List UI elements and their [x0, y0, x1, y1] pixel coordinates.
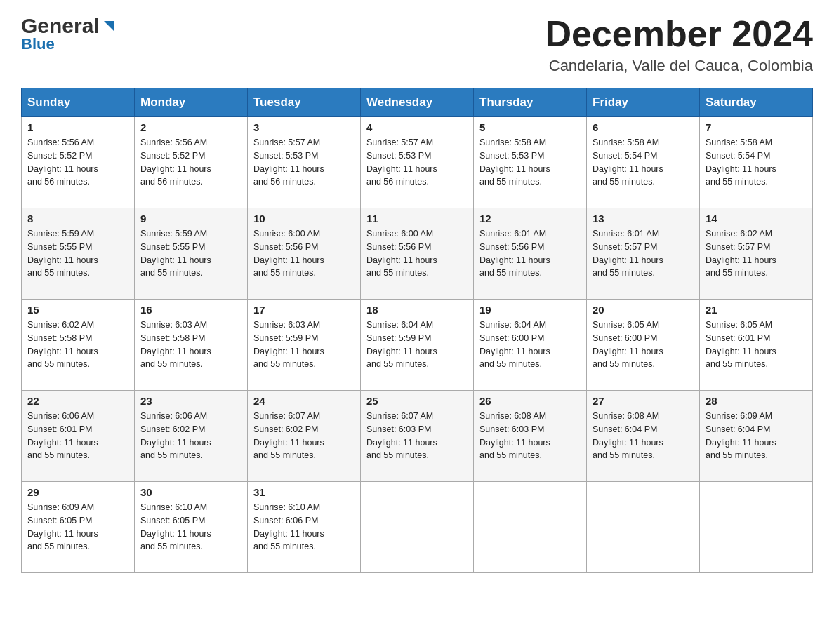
calendar-cell: [474, 482, 587, 573]
logo-blue-text: Blue: [21, 35, 55, 53]
col-friday: Friday: [587, 88, 700, 117]
day-info: Sunrise: 5:57 AM Sunset: 5:53 PM Dayligh…: [253, 136, 355, 189]
day-info: Sunrise: 5:56 AM Sunset: 5:52 PM Dayligh…: [140, 136, 241, 189]
location-subtitle: Candelaria, Valle del Cauca, Colombia: [545, 57, 813, 75]
col-tuesday: Tuesday: [248, 88, 361, 117]
calendar-table: Sunday Monday Tuesday Wednesday Thursday…: [21, 88, 813, 573]
day-info: Sunrise: 5:58 AM Sunset: 5:54 PM Dayligh…: [593, 136, 694, 189]
day-number: 4: [366, 121, 468, 133]
day-number: 30: [140, 486, 241, 498]
day-number: 14: [706, 213, 807, 224]
header-right: December 2024 Candelaria, Valle del Cauc…: [545, 14, 813, 75]
calendar-week-row: 29 Sunrise: 6:09 AM Sunset: 6:05 PM Dayl…: [22, 482, 813, 573]
day-number: 9: [140, 213, 241, 224]
day-info: Sunrise: 6:06 AM Sunset: 6:02 PM Dayligh…: [140, 410, 241, 462]
calendar-cell: 18 Sunrise: 6:04 AM Sunset: 5:59 PM Dayl…: [361, 300, 474, 391]
calendar-cell: 2 Sunrise: 5:56 AM Sunset: 5:52 PM Dayli…: [135, 117, 248, 208]
logo-general-text: General: [21, 14, 117, 38]
calendar-cell: 8 Sunrise: 5:59 AM Sunset: 5:55 PM Dayli…: [22, 208, 135, 300]
calendar-cell: 30 Sunrise: 6:10 AM Sunset: 6:05 PM Dayl…: [135, 482, 248, 573]
day-info: Sunrise: 6:03 AM Sunset: 5:59 PM Dayligh…: [253, 318, 355, 371]
day-info: Sunrise: 6:10 AM Sunset: 6:06 PM Dayligh…: [253, 501, 355, 554]
calendar-cell: 29 Sunrise: 6:09 AM Sunset: 6:05 PM Dayl…: [22, 482, 135, 573]
calendar-cell: 23 Sunrise: 6:06 AM Sunset: 6:02 PM Dayl…: [135, 391, 248, 482]
calendar-cell: 7 Sunrise: 5:58 AM Sunset: 5:54 PM Dayli…: [700, 117, 813, 208]
day-number: 29: [27, 486, 128, 498]
col-wednesday: Wednesday: [361, 88, 474, 117]
calendar-cell: 17 Sunrise: 6:03 AM Sunset: 5:59 PM Dayl…: [248, 300, 361, 391]
day-info: Sunrise: 6:02 AM Sunset: 5:57 PM Dayligh…: [706, 227, 807, 280]
day-info: Sunrise: 5:58 AM Sunset: 5:53 PM Dayligh…: [479, 136, 581, 189]
day-number: 7: [706, 121, 807, 133]
calendar-cell: 3 Sunrise: 5:57 AM Sunset: 5:53 PM Dayli…: [248, 117, 361, 208]
calendar-cell: 31 Sunrise: 6:10 AM Sunset: 6:06 PM Dayl…: [248, 482, 361, 573]
day-number: 12: [479, 213, 581, 224]
col-thursday: Thursday: [474, 88, 587, 117]
day-info: Sunrise: 6:07 AM Sunset: 6:02 PM Dayligh…: [253, 410, 355, 462]
day-info: Sunrise: 6:01 AM Sunset: 5:57 PM Dayligh…: [593, 227, 694, 280]
day-number: 23: [140, 395, 241, 407]
calendar-cell: 11 Sunrise: 6:00 AM Sunset: 5:56 PM Dayl…: [361, 208, 474, 300]
calendar-body: 1 Sunrise: 5:56 AM Sunset: 5:52 PM Dayli…: [22, 117, 813, 573]
svg-marker-0: [104, 21, 114, 31]
calendar-cell: 22 Sunrise: 6:06 AM Sunset: 6:01 PM Dayl…: [22, 391, 135, 482]
day-info: Sunrise: 6:04 AM Sunset: 6:00 PM Dayligh…: [479, 318, 581, 371]
day-info: Sunrise: 6:04 AM Sunset: 5:59 PM Dayligh…: [366, 318, 468, 371]
logo: General Blue: [21, 14, 117, 53]
col-monday: Monday: [135, 88, 248, 117]
day-info: Sunrise: 6:05 AM Sunset: 6:01 PM Dayligh…: [706, 318, 807, 371]
calendar-cell: 6 Sunrise: 5:58 AM Sunset: 5:54 PM Dayli…: [587, 117, 700, 208]
calendar-cell: [700, 482, 813, 573]
col-saturday: Saturday: [700, 88, 813, 117]
day-info: Sunrise: 6:07 AM Sunset: 6:03 PM Dayligh…: [366, 410, 468, 462]
day-number: 17: [253, 304, 355, 316]
day-number: 13: [593, 213, 694, 224]
day-info: Sunrise: 6:00 AM Sunset: 5:56 PM Dayligh…: [253, 227, 355, 280]
day-number: 6: [593, 121, 694, 133]
calendar-cell: 14 Sunrise: 6:02 AM Sunset: 5:57 PM Dayl…: [700, 208, 813, 300]
day-info: Sunrise: 6:08 AM Sunset: 6:03 PM Dayligh…: [479, 410, 581, 462]
day-number: 16: [140, 304, 241, 316]
calendar-cell: 25 Sunrise: 6:07 AM Sunset: 6:03 PM Dayl…: [361, 391, 474, 482]
day-info: Sunrise: 5:59 AM Sunset: 5:55 PM Dayligh…: [140, 227, 241, 280]
day-info: Sunrise: 6:01 AM Sunset: 5:56 PM Dayligh…: [479, 227, 581, 280]
day-info: Sunrise: 6:08 AM Sunset: 6:04 PM Dayligh…: [593, 410, 694, 462]
calendar-cell: 10 Sunrise: 6:00 AM Sunset: 5:56 PM Dayl…: [248, 208, 361, 300]
day-number: 28: [706, 395, 807, 407]
day-number: 3: [253, 121, 355, 133]
day-number: 8: [27, 213, 128, 224]
calendar-cell: 26 Sunrise: 6:08 AM Sunset: 6:03 PM Dayl…: [474, 391, 587, 482]
calendar-cell: 19 Sunrise: 6:04 AM Sunset: 6:00 PM Dayl…: [474, 300, 587, 391]
calendar-week-row: 15 Sunrise: 6:02 AM Sunset: 5:58 PM Dayl…: [22, 300, 813, 391]
day-info: Sunrise: 6:00 AM Sunset: 5:56 PM Dayligh…: [366, 227, 468, 280]
calendar-cell: [587, 482, 700, 573]
calendar-cell: 1 Sunrise: 5:56 AM Sunset: 5:52 PM Dayli…: [22, 117, 135, 208]
day-info: Sunrise: 5:59 AM Sunset: 5:55 PM Dayligh…: [27, 227, 128, 280]
calendar-week-row: 1 Sunrise: 5:56 AM Sunset: 5:52 PM Dayli…: [22, 117, 813, 208]
page-header: General Blue December 2024 Candelaria, V…: [21, 14, 813, 75]
day-number: 31: [253, 486, 355, 498]
calendar-cell: 4 Sunrise: 5:57 AM Sunset: 5:53 PM Dayli…: [361, 117, 474, 208]
col-sunday: Sunday: [22, 88, 135, 117]
day-info: Sunrise: 6:05 AM Sunset: 6:00 PM Dayligh…: [593, 318, 694, 371]
day-number: 2: [140, 121, 241, 133]
calendar-header: Sunday Monday Tuesday Wednesday Thursday…: [22, 88, 813, 117]
calendar-week-row: 8 Sunrise: 5:59 AM Sunset: 5:55 PM Dayli…: [22, 208, 813, 300]
day-info: Sunrise: 6:09 AM Sunset: 6:05 PM Dayligh…: [27, 501, 128, 554]
day-number: 27: [593, 395, 694, 407]
logo-arrow-icon: [101, 18, 117, 34]
day-number: 19: [479, 304, 581, 316]
calendar-cell: [361, 482, 474, 573]
calendar-cell: 24 Sunrise: 6:07 AM Sunset: 6:02 PM Dayl…: [248, 391, 361, 482]
day-number: 24: [253, 395, 355, 407]
month-year-title: December 2024: [545, 14, 813, 54]
day-number: 15: [27, 304, 128, 316]
day-number: 11: [366, 213, 468, 224]
day-number: 25: [366, 395, 468, 407]
header-row: Sunday Monday Tuesday Wednesday Thursday…: [22, 88, 813, 117]
calendar-cell: 27 Sunrise: 6:08 AM Sunset: 6:04 PM Dayl…: [587, 391, 700, 482]
day-number: 1: [27, 121, 128, 133]
day-info: Sunrise: 5:56 AM Sunset: 5:52 PM Dayligh…: [27, 136, 128, 189]
calendar-cell: 9 Sunrise: 5:59 AM Sunset: 5:55 PM Dayli…: [135, 208, 248, 300]
day-number: 5: [479, 121, 581, 133]
